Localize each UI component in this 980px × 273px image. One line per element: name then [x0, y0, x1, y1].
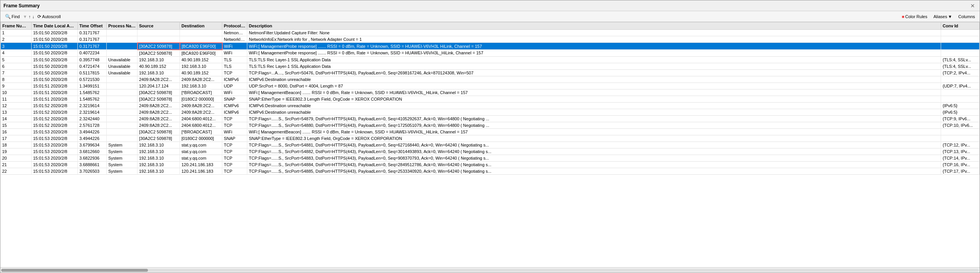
cell-time: 15:01:53 2020/2/8: [32, 168, 78, 174]
table-row[interactable]: 215:01:50 2020/2/80.3171767NetworkInfoEx…: [1, 36, 980, 43]
cell-source: 192.168.3.10: [138, 161, 180, 168]
find-button[interactable]: 🔍 Find: [3, 13, 21, 20]
table-row[interactable]: 315:01:50 2020/2/80.3171767[30A2C2 50987…: [1, 43, 980, 50]
table-row[interactable]: 1415:01:52 2020/2/82.32424402409:8A28:2C…: [1, 115, 980, 122]
cell-offset: 1.5485762: [78, 96, 107, 102]
horizontal-scrollbar[interactable]: [0, 267, 980, 273]
cell-time: 15:01:50 2020/2/8: [32, 36, 78, 43]
columns-button[interactable]: Columns: [957, 14, 977, 19]
cell-time: 15:01:53 2020/2/8: [32, 161, 78, 168]
table-row[interactable]: 515:01:50 2020/2/80.3957748Unavailable19…: [1, 56, 980, 63]
table-container[interactable]: Frame Number Time Date Local Adjusted Ti…: [0, 22, 980, 267]
cell-conv: [941, 128, 980, 135]
cell-desc: WiFi:[ ManagementProbe response] .......…: [247, 43, 941, 50]
table-row[interactable]: 2115:01:53 2020/2/83.6888661System192.16…: [1, 161, 980, 168]
col-header-proto[interactable]: Protocol Name: [222, 22, 247, 30]
table-row[interactable]: 1515:01:52 2020/2/82.57617282409:8A28:2C…: [1, 122, 980, 128]
cell-conv: [941, 76, 980, 83]
table-row[interactable]: 1615:01:53 2020/2/83.4944226[30A2C2 5098…: [1, 128, 980, 135]
col-header-desc[interactable]: Description: [247, 22, 941, 30]
cell-proto: NetworkInfoEx: [222, 36, 247, 43]
cell-source: [30A2C2 509878]: [138, 135, 180, 142]
cell-time: 15:01:53 2020/2/8: [32, 135, 78, 142]
aliases-button[interactable]: Aliases ▼: [932, 14, 953, 19]
cell-process: Unavailable: [107, 56, 138, 63]
cell-process: Unavailable: [107, 69, 138, 76]
cell-offset: 0.4721474: [78, 63, 107, 69]
arrow-down-icon[interactable]: ↓: [32, 14, 35, 19]
cell-conv: [941, 36, 980, 43]
cell-source: [30A2C2 509878]: [138, 89, 180, 96]
cell-process: System: [107, 168, 138, 174]
color-rules-label: Color Rules: [905, 14, 927, 19]
cell-offset: 1.3499151: [78, 83, 107, 89]
color-rules-button[interactable]: ■ Color Rules: [900, 14, 929, 19]
cell-source: [30A2C2 509878]: [138, 128, 180, 135]
close-button[interactable]: ✕: [969, 3, 977, 9]
col-header-frame[interactable]: Frame Number: [1, 22, 32, 30]
cell-process: System: [107, 155, 138, 161]
cell-source: 2409:8A28:2C2...: [138, 102, 180, 109]
table-row[interactable]: 715:01:50 2020/2/80.5117815Unavailable19…: [1, 69, 980, 76]
table-row[interactable]: 1215:01:52 2020/2/82.32196142409:8A28:2C…: [1, 102, 980, 109]
cell-process: [107, 109, 138, 115]
table-row[interactable]: 2215:01:53 2020/2/83.7026503System192.16…: [1, 168, 980, 174]
cell-dest: 40.90.189.152: [180, 56, 222, 63]
cell-proto: TCP: [222, 161, 247, 168]
window-title: Frame Summary: [3, 3, 40, 8]
table-row[interactable]: 915:01:51 2020/2/81.3499151120.204.17.12…: [1, 83, 980, 89]
table-row[interactable]: 415:01:50 2020/2/80.4072234[30A2C2 50987…: [1, 50, 980, 57]
cell-proto: SNAP: [222, 135, 247, 142]
cell-offset: 0.5721530: [78, 76, 107, 83]
aliases-label: Aliases: [933, 14, 947, 19]
table-row[interactable]: 1815:01:53 2020/2/83.6799634System192.16…: [1, 142, 980, 148]
cell-proto: TLS: [222, 63, 247, 69]
table-header: Frame Number Time Date Local Adjusted Ti…: [1, 22, 980, 30]
table-row[interactable]: 1915:01:53 2020/2/83.6812660System192.16…: [1, 148, 980, 155]
autoscroll-button[interactable]: ⟳ Autoscroll: [36, 13, 62, 20]
col-header-source[interactable]: Source: [138, 22, 180, 30]
cell-time: 15:01:52 2020/2/8: [32, 102, 78, 109]
cell-process: [107, 83, 138, 89]
table-row[interactable]: 1115:01:51 2020/2/81.5485762[30A2C2 5098…: [1, 96, 980, 102]
binoculars-icon: 🔍: [5, 14, 11, 19]
cell-process: System: [107, 142, 138, 148]
table-row[interactable]: 1715:01:53 2020/2/83.4944226[30A2C2 5098…: [1, 135, 980, 142]
cell-offset: 2.5761728: [78, 122, 107, 128]
table-row[interactable]: 1315:01:52 2020/2/82.32196142409:8A28:2C…: [1, 109, 980, 115]
cell-time: 15:01:53 2020/2/8: [32, 142, 78, 148]
table-row[interactable]: 615:01:50 2020/2/80.4721474Unavailable40…: [1, 63, 980, 69]
cell-conv: {TCP:14, IPv...: [941, 155, 980, 161]
cell-source: 192.168.3.10: [138, 56, 180, 63]
table-row[interactable]: 115:01:50 2020/2/80.3171767NetmonFilterN…: [1, 30, 980, 36]
cell-desc: TCP:Flags=...A...., SrcPort=50476, DstPo…: [247, 69, 941, 76]
cell-process: [107, 76, 138, 83]
cell-process: [107, 30, 138, 36]
col-header-conv[interactable]: Conv Id: [941, 22, 980, 30]
cell-time: 15:01:50 2020/2/8: [32, 56, 78, 63]
toolbar-right: ■ Color Rules Aliases ▼ Columns: [900, 14, 977, 19]
cell-desc: TLS:TLS Rec Layer-1 SSL Application Data: [247, 63, 941, 69]
cell-proto: TCP: [222, 122, 247, 128]
cell-dest: [BCA920 E96F00]: [180, 50, 222, 57]
table-row[interactable]: 1015:01:51 2020/2/81.5485762[30A2C2 5098…: [1, 89, 980, 96]
col-header-process[interactable]: Process Name: [107, 22, 138, 30]
cell-source: 192.168.3.10: [138, 168, 180, 174]
cell-offset: 0.3171767: [78, 36, 107, 43]
col-header-time[interactable]: Time Date Local Adjusted: [32, 22, 78, 30]
cell-frame: 11: [1, 96, 32, 102]
cell-conv: {TCP:13, IPv...: [941, 148, 980, 155]
table-row[interactable]: 815:01:50 2020/2/80.57215302409:8A28:2C2…: [1, 76, 980, 83]
cell-time: 15:01:51 2020/2/8: [32, 83, 78, 89]
col-header-dest[interactable]: Destination: [180, 22, 222, 30]
col-header-offset[interactable]: Time Offset: [78, 22, 107, 30]
table-row[interactable]: 2015:01:53 2020/2/83.6822936System192.16…: [1, 155, 980, 161]
arrow-up-icon[interactable]: ↑: [29, 14, 31, 19]
scrollbar-track[interactable]: [1, 269, 979, 272]
cell-source: 2409:8A28:2C2...: [138, 115, 180, 122]
cell-proto: SNAP: [222, 96, 247, 102]
cell-source: [30A2C2 509878]: [138, 50, 180, 57]
scrollbar-thumb[interactable]: [1, 269, 148, 272]
cell-conv: [941, 43, 980, 50]
cell-desc: WiFi:[ ManagementProbe response] .......…: [247, 50, 941, 57]
